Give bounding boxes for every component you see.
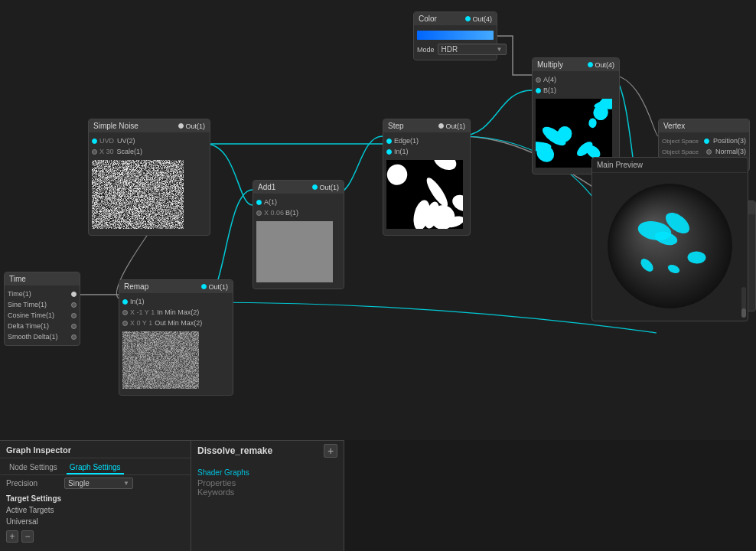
shader-graph-canvas[interactable]: Color Out(4) Mode HDR ▼ Simple Noise Out… — [0, 0, 756, 440]
add-remove-buttons: + − — [0, 527, 191, 546]
add-header: Add1 Out(1) — [253, 181, 344, 194]
simple-noise-node: Simple Noise Out(1) UVD UV(2) X 30 Scale… — [88, 119, 210, 236]
shader-panel-header: Dissolve_remake + — [191, 441, 344, 464]
step-preview — [386, 160, 463, 229]
shader-graphs-item[interactable]: Shader Graphs — [197, 467, 337, 478]
mode-row: Mode HDR ▼ — [414, 42, 497, 57]
keywords-item[interactable]: Keywords — [197, 487, 337, 497]
scroll-thumb — [741, 308, 746, 318]
time-header: Time — [5, 272, 80, 285]
noise-preview — [92, 160, 184, 229]
scroll-indicator — [741, 287, 746, 318]
preview-title: Main Preview — [592, 158, 748, 173]
inspector-title: Graph Inspector — [0, 441, 191, 458]
time-body: Time(1) Sine Time(1) Cosine Time(1) Delt… — [5, 285, 80, 345]
scale-in-port — [92, 149, 97, 155]
graph-settings-tab[interactable]: Graph Settings — [67, 461, 124, 474]
color-node: Color Out(4) Mode HDR ▼ — [413, 11, 497, 60]
remap-preview — [122, 331, 199, 389]
add-target-button[interactable]: + — [6, 530, 18, 543]
add-shader-button[interactable]: + — [324, 444, 337, 458]
inspector-tabs: Node Settings Graph Settings — [0, 458, 191, 475]
color-node-body: Mode HDR ▼ — [414, 25, 497, 60]
noise-out-port — [178, 123, 184, 129]
remap-node: Remap Out(1) In(1) X -1 Y 1 In Min Max(2… — [119, 279, 233, 396]
uv-in-port — [92, 139, 97, 144]
remap-header: Remap Out(1) — [119, 280, 233, 293]
shader-panel-body: Shader Graphs Properties Keywords — [191, 464, 344, 500]
graph-inspector-panel: Graph Inspector Node Settings Graph Sett… — [0, 440, 191, 551]
mode-dropdown[interactable]: HDR ▼ — [438, 44, 507, 55]
remove-target-button[interactable]: − — [21, 530, 34, 543]
shader-title: Dissolve_remake — [197, 445, 337, 456]
color-out-port — [465, 16, 471, 21]
time-node: Time Time(1) Sine Time(1) Cosine Time(1)… — [4, 272, 80, 346]
vertex-header: Vertex — [659, 119, 749, 132]
scale-row: X 30 Scale(1) — [89, 146, 210, 157]
active-targets-label: Active Targets — [0, 504, 191, 516]
node-settings-tab[interactable]: Node Settings — [6, 461, 60, 474]
universal-label: Universal — [0, 516, 191, 527]
precision-dropdown[interactable]: Single ▼ — [64, 478, 133, 489]
step-header: Step Out(1) — [383, 119, 470, 132]
main-preview-panel: Main Preview — [591, 157, 748, 321]
sphere-preview — [599, 175, 741, 317]
add-preview — [256, 221, 333, 282]
shader-graph-panel: Dissolve_remake + Shader Graphs Properti… — [191, 440, 344, 551]
properties-item[interactable]: Properties — [197, 478, 337, 487]
add-node: Add1 Out(1) A(1) X 0.06 B(1) — [253, 180, 344, 289]
step-node: Step Out(1) Edge(1) In(1) — [383, 119, 471, 236]
color-bar[interactable] — [417, 31, 494, 40]
precision-row: Precision Single ▼ — [0, 475, 191, 491]
uv-row: UVD UV(2) — [89, 135, 210, 146]
multiply-header: Multiply Out(4) — [533, 58, 619, 71]
target-settings-header: Target Settings — [0, 491, 191, 504]
simple-noise-body: UVD UV(2) X 30 Scale(1) — [89, 132, 210, 235]
simple-noise-header: Simple Noise Out(1) — [89, 119, 210, 132]
color-node-header: Color Out(4) — [414, 12, 497, 25]
precision-label: Precision — [6, 479, 60, 487]
sphere-container — [592, 173, 748, 319]
